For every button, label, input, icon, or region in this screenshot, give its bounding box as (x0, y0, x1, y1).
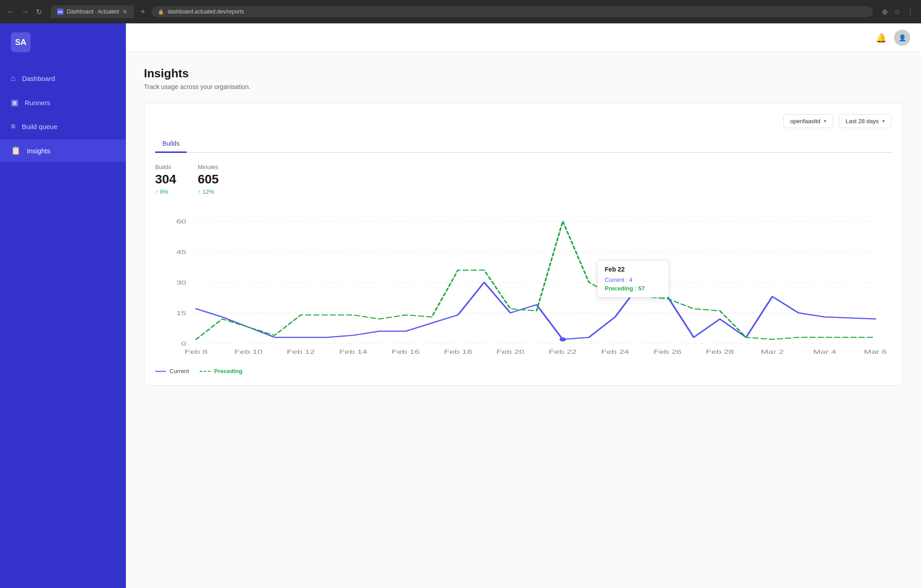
stat-builds-label: Builds (155, 164, 176, 170)
svg-text:45: 45 (176, 249, 186, 255)
stat-builds: Builds 304 ↑ 8% (155, 164, 176, 195)
chart-card: openfaasltd ▾ Last 28 days ▾ Builds (144, 103, 903, 386)
avatar-image: 👤 (899, 34, 906, 41)
period-dropdown[interactable]: Last 28 days ▾ (839, 114, 892, 128)
stat-minutes-label: Minutes (198, 164, 219, 170)
forward-button[interactable]: → (20, 7, 31, 17)
stat-minutes: Minutes 605 ↑ 12% (198, 164, 219, 195)
sidebar: SA ⌂ Dashboard ▣ Runners ≡ Build queue 📋… (0, 23, 126, 588)
sidebar-item-runners[interactable]: ▣ Runners (0, 91, 126, 114)
svg-text:Feb 8: Feb 8 (184, 348, 207, 355)
svg-point-24 (559, 337, 566, 341)
topbar: 🔔 👤 (126, 23, 921, 52)
url-text: dashboard.actuated.dev/reports (168, 9, 244, 15)
line-chart: .grid-line { stroke: #ddd; stroke-width:… (155, 206, 892, 359)
stat-minutes-value: 605 (198, 172, 219, 187)
sidebar-item-dashboard-label: Dashboard (22, 75, 55, 82)
svg-text:Feb 14: Feb 14 (339, 348, 367, 355)
svg-text:30: 30 (176, 279, 186, 285)
svg-text:Feb 26: Feb 26 (653, 348, 681, 355)
minutes-up-arrow-icon: ↑ (198, 188, 201, 195)
stat-minutes-change: ↑ 12% (198, 188, 219, 195)
chart-legend: Current Preceding (155, 368, 892, 374)
period-dropdown-label: Last 28 days (845, 118, 879, 125)
svg-text:Mar 4: Mar 4 (813, 348, 836, 355)
runners-icon: ▣ (11, 98, 18, 107)
sidebar-item-build-queue[interactable]: ≡ Build queue (0, 116, 126, 138)
page-content: Insights Track usage across your organis… (126, 52, 921, 588)
sidebar-item-insights[interactable]: 📋 Insights (0, 139, 126, 162)
svg-text:Feb 20: Feb 20 (496, 348, 524, 355)
org-dropdown-label: openfaasltd (790, 118, 820, 125)
svg-text:Feb 12: Feb 12 (287, 348, 315, 355)
sidebar-logo: SA (0, 23, 126, 61)
logo-badge: SA (11, 32, 31, 52)
chart-controls: openfaasltd ▾ Last 28 days ▾ (155, 114, 892, 128)
svg-text:Feb 18: Feb 18 (444, 348, 472, 355)
user-avatar[interactable]: 👤 (894, 30, 910, 46)
svg-text:Feb 10: Feb 10 (234, 348, 262, 355)
chart-tabs: Builds (155, 135, 892, 153)
svg-text:60: 60 (176, 218, 186, 224)
legend-current-line (155, 371, 166, 372)
sidebar-item-runners-label: Runners (25, 99, 50, 107)
zoom-button[interactable]: ⊕ (880, 7, 890, 17)
stat-builds-value: 304 (155, 172, 176, 187)
browser-actions: ⊕ ☆ ⋮ (880, 7, 916, 17)
star-button[interactable]: ☆ (892, 7, 902, 17)
tab-builds[interactable]: Builds (155, 135, 187, 153)
legend-current: Current (155, 368, 189, 374)
svg-text:Feb 22: Feb 22 (549, 348, 577, 355)
address-bar[interactable]: 🔒 dashboard.actuated.dev/reports (152, 6, 873, 17)
svg-text:Feb 16: Feb 16 (392, 348, 420, 355)
stat-builds-change: ↑ 8% (155, 188, 176, 195)
stats-row: Builds 304 ↑ 8% Minutes 605 ↑ 12% (155, 164, 892, 195)
lock-icon: 🔒 (158, 9, 164, 15)
builds-up-arrow-icon: ↑ (155, 188, 158, 195)
period-dropdown-chevron-icon: ▾ (882, 118, 885, 124)
insights-icon: 📋 (11, 146, 21, 156)
refresh-button[interactable]: ↻ (34, 7, 44, 17)
browser-nav-controls: ← → ↻ (5, 7, 44, 17)
sidebar-nav: ⌂ Dashboard ▣ Runners ≡ Build queue 📋 In… (0, 61, 126, 168)
svg-text:Mar 6: Mar 6 (864, 348, 887, 355)
sidebar-item-insights-label: Insights (27, 147, 50, 155)
svg-text:15: 15 (176, 310, 186, 316)
page-title: Insights (144, 67, 903, 80)
app: SA ⌂ Dashboard ▣ Runners ≡ Build queue 📋… (0, 23, 921, 588)
sidebar-item-build-queue-label: Build queue (22, 123, 58, 130)
home-icon: ⌂ (11, 74, 16, 83)
legend-current-label: Current (170, 368, 189, 374)
svg-text:0: 0 (181, 340, 186, 347)
svg-text:Feb 24: Feb 24 (601, 348, 629, 355)
main-content: 🔔 👤 Insights Track usage across your org… (126, 23, 921, 588)
sidebar-item-dashboard[interactable]: ⌂ Dashboard (0, 67, 126, 89)
tab-title: Dashboard · Actuated (67, 9, 119, 15)
back-button[interactable]: ← (5, 7, 16, 17)
legend-preceding-label: Preceding (214, 368, 242, 374)
chart-container: .grid-line { stroke: #ddd; stroke-width:… (155, 206, 892, 361)
svg-text:Feb 28: Feb 28 (706, 348, 734, 355)
org-dropdown-chevron-icon: ▾ (824, 118, 827, 124)
tab-favicon: SA (57, 9, 63, 15)
org-dropdown[interactable]: openfaasltd ▾ (783, 114, 833, 128)
browser-chrome: ← → ↻ SA Dashboard · Actuated ✕ + 🔒 dash… (0, 0, 921, 23)
browser-tab[interactable]: SA Dashboard · Actuated ✕ (51, 5, 134, 18)
notifications-bell-icon[interactable]: 🔔 (876, 32, 887, 43)
menu-button[interactable]: ⋮ (905, 7, 916, 17)
page-subtitle: Track usage across your organisation. (144, 83, 903, 90)
legend-preceding: Preceding (200, 368, 242, 374)
tab-close-button[interactable]: ✕ (122, 8, 128, 15)
svg-text:Mar 2: Mar 2 (761, 348, 784, 355)
legend-preceding-line (200, 371, 210, 372)
new-tab-button[interactable]: + (138, 7, 148, 17)
build-queue-icon: ≡ (11, 122, 16, 131)
